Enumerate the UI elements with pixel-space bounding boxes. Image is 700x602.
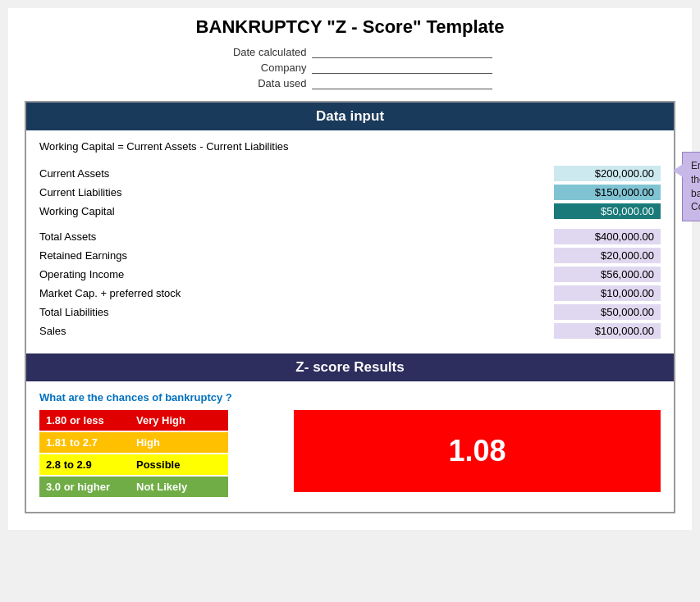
risk-label-4: Not Likely	[130, 477, 228, 497]
tooltip-box: Enter amount in the light background Col…	[682, 152, 700, 221]
data-input-header: Data input	[26, 103, 674, 130]
table-row: Working Capital $50,000.00	[39, 203, 661, 219]
market-cap-label: Market Cap. + preferred stock	[39, 287, 554, 299]
top-rows-group: Current Assets $200,000.00 Current Liabi…	[39, 166, 661, 219]
results-content: What are the chances of bankruptcy ? 1.8…	[26, 391, 674, 499]
operating-income-label: Operating Income	[39, 268, 554, 280]
results-header: Z- score Results	[26, 353, 674, 381]
list-item: 1.80 or less Very High	[39, 410, 228, 431]
bankruptcy-question: What are the chances of bankruptcy ?	[39, 391, 661, 404]
data-label: Data used	[208, 77, 307, 89]
current-assets-label: Current Assets	[39, 167, 554, 180]
outer-box: Enter amount in the light background Col…	[25, 101, 675, 513]
table-row: Operating Income $56,000.00	[39, 267, 661, 282]
risk-label-2: High	[130, 432, 228, 453]
risk-label-3: Possible	[130, 454, 228, 475]
risk-range-2: 1.81 to 2.7	[39, 432, 130, 453]
market-cap-value[interactable]: $10,000.00	[554, 285, 661, 301]
working-capital-value: $50,000.00	[554, 203, 661, 219]
tooltip-text: Enter amount in the light background Col…	[691, 160, 700, 212]
risk-range-3: 2.8 to 2.9	[39, 454, 130, 475]
risk-label-1: Very High	[130, 410, 228, 431]
date-label: Date calculated	[208, 46, 307, 58]
date-line	[312, 47, 492, 58]
total-assets-label: Total Assets	[39, 230, 554, 243]
current-liabilities-value[interactable]: $150,000.00	[554, 185, 661, 200]
list-item: 3.0 or higher Not Likely	[39, 477, 228, 497]
tooltip-arrow	[673, 164, 683, 177]
data-line	[312, 78, 492, 89]
page-wrapper: BANKRUPTCY "Z - Score" Template Date cal…	[8, 8, 692, 530]
current-liabilities-label: Current Liabilities	[39, 186, 554, 198]
date-field-row: Date calculated	[208, 46, 492, 58]
operating-income-value[interactable]: $56,000.00	[554, 267, 661, 282]
table-row: Total Assets $400,000.00	[39, 229, 661, 244]
sales-label: Sales	[39, 325, 554, 337]
bottom-rows-group: Total Assets $400,000.00 Retained Earnin…	[39, 229, 661, 339]
total-assets-value[interactable]: $400,000.00	[554, 229, 661, 244]
company-line	[312, 62, 492, 74]
company-label: Company	[208, 62, 307, 74]
sales-value[interactable]: $100,000.00	[554, 323, 661, 339]
current-assets-value[interactable]: $200,000.00	[554, 166, 661, 181]
risk-range-4: 3.0 or higher	[39, 477, 130, 497]
company-field-row: Company	[208, 62, 492, 74]
working-capital-label: Working Capital	[39, 205, 554, 217]
total-liabilities-value[interactable]: $50,000.00	[554, 304, 661, 320]
results-grid: 1.80 or less Very High 1.81 to 2.7 High …	[39, 410, 661, 499]
working-capital-formula: Working Capital = Current Assets - Curre…	[39, 140, 661, 153]
retained-earnings-label: Retained Earnings	[39, 249, 554, 262]
data-field-row: Data used	[208, 77, 492, 89]
z-score-box: 1.08	[294, 410, 661, 492]
table-row: Current Liabilities $150,000.00	[39, 185, 661, 200]
data-input-content: Working Capital = Current Assets - Curre…	[26, 140, 674, 339]
table-row: Market Cap. + preferred stock $10,000.00	[39, 285, 661, 301]
table-row: Total Liabilities $50,000.00	[39, 304, 661, 320]
retained-earnings-value[interactable]: $20,000.00	[554, 248, 661, 263]
list-item: 1.81 to 2.7 High	[39, 432, 228, 453]
list-item: 2.8 to 2.9 Possible	[39, 454, 228, 475]
table-row: Current Assets $200,000.00	[39, 166, 661, 181]
main-title: BANKRUPTCY "Z - Score" Template	[25, 16, 675, 38]
results-section: Z- score Results What are the chances of…	[26, 353, 674, 499]
table-row: Sales $100,000.00	[39, 323, 661, 339]
total-liabilities-label: Total Liabilities	[39, 306, 554, 318]
table-row: Retained Earnings $20,000.00	[39, 248, 661, 263]
risk-table: 1.80 or less Very High 1.81 to 2.7 High …	[39, 410, 228, 499]
z-score-value: 1.08	[448, 434, 506, 468]
header-fields: Date calculated Company Data used	[25, 46, 675, 89]
risk-range-1: 1.80 or less	[39, 410, 130, 431]
